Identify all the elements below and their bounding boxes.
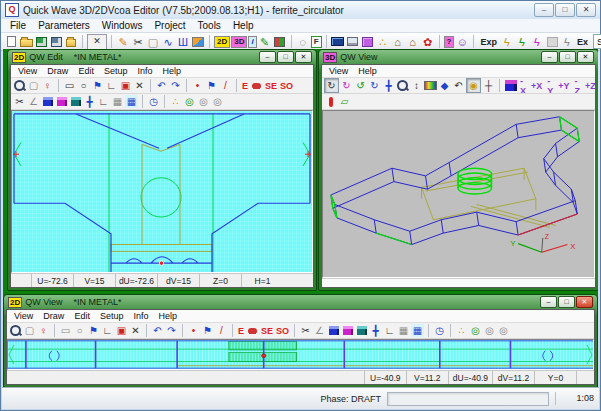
- view-minus-y-button[interactable]: -Y: [545, 78, 555, 94]
- stamp-icon[interactable]: [250, 79, 263, 92]
- view-minus-x-button[interactable]: -X: [518, 78, 528, 94]
- axes-icon[interactable]: ∟: [383, 324, 396, 337]
- rectangle-tool-icon[interactable]: ▭: [63, 79, 76, 92]
- zoom-icon[interactable]: [9, 324, 22, 337]
- cube-blue-icon[interactable]: [41, 95, 54, 108]
- mesh-comb-icon[interactable]: Ш: [176, 35, 190, 49]
- eraser-icon[interactable]: ▱: [338, 95, 351, 108]
- redo-icon[interactable]: ↷: [169, 79, 182, 92]
- clock-icon[interactable]: ◷: [147, 95, 160, 108]
- cube-magenta-icon[interactable]: [341, 324, 354, 337]
- menu-parameters[interactable]: Parameters: [32, 20, 96, 31]
- ellipse-tool-icon[interactable]: ○: [73, 324, 86, 337]
- qw-edit-canvas[interactable]: [11, 110, 313, 273]
- qw-view3d-canvas[interactable]: Y X Z: [322, 110, 595, 278]
- minimize-button[interactable]: –: [540, 296, 557, 308]
- zoom-updown-icon[interactable]: ↕: [410, 79, 423, 92]
- menu-draw[interactable]: Draw: [38, 311, 69, 321]
- zoom-icon[interactable]: [13, 79, 26, 92]
- view-minus-z-button[interactable]: -Z: [573, 78, 583, 94]
- ring-gray-icon[interactable]: ◎: [483, 324, 496, 337]
- tablet-icon[interactable]: [346, 35, 360, 49]
- element-so-button[interactable]: SO: [279, 81, 294, 91]
- menu-help[interactable]: Help: [157, 66, 186, 76]
- pinwheel-icon[interactable]: ✿: [421, 35, 435, 49]
- minimize-button[interactable]: –: [259, 51, 276, 63]
- maximize-button[interactable]: □: [555, 3, 575, 17]
- grid-blue-icon[interactable]: ▦: [411, 324, 424, 337]
- view-plus-y-button[interactable]: +Y: [556, 81, 571, 91]
- menu-help[interactable]: Help: [353, 66, 382, 76]
- flag-tool-icon[interactable]: ⚑: [87, 324, 100, 337]
- badge-3d[interactable]: 3D: [231, 36, 247, 48]
- ring-gray2-icon[interactable]: ◎: [211, 95, 224, 108]
- template-icon[interactable]: [361, 35, 375, 49]
- menu-setup[interactable]: Setup: [95, 311, 129, 321]
- cube-teal-icon[interactable]: [69, 95, 82, 108]
- maximize-button[interactable]: □: [277, 51, 294, 63]
- delete-icon[interactable]: ✕: [129, 324, 142, 337]
- close-button[interactable]: ✕: [576, 3, 596, 17]
- graph-icon[interactable]: ∿: [161, 35, 175, 49]
- pin-icon[interactable]: ♀: [37, 324, 50, 337]
- view-plus-x-button[interactable]: +X: [529, 81, 544, 91]
- selection-icon[interactable]: ▢: [146, 35, 160, 49]
- ring-green-icon[interactable]: ◎: [183, 95, 196, 108]
- library-export-icon[interactable]: ⌂: [406, 35, 420, 49]
- scissors-icon[interactable]: ✂: [131, 35, 145, 49]
- ring-gray-icon[interactable]: ◎: [197, 95, 210, 108]
- element-so-button[interactable]: SO: [275, 326, 290, 336]
- axes-icon[interactable]: ∟: [97, 95, 110, 108]
- badge-info[interactable]: i: [248, 36, 256, 48]
- move-icon[interactable]: ╋: [369, 324, 382, 337]
- badge-f[interactable]: F: [311, 36, 322, 48]
- rotate-x-icon[interactable]: ↻: [340, 79, 353, 92]
- run-bolt-green-icon[interactable]: ϟ: [515, 35, 529, 49]
- disk-split-icon[interactable]: [273, 35, 287, 49]
- close-button[interactable]: ✕: [577, 51, 594, 63]
- rectangle-tool-icon[interactable]: ▭: [59, 324, 72, 337]
- point-tool-icon[interactable]: •: [191, 79, 204, 92]
- flag-small-icon[interactable]: ⚑: [201, 324, 214, 337]
- qw-view2d-titlebar[interactable]: 2D QW View *IN METAL* – □ ✕: [6, 295, 595, 309]
- move-icon[interactable]: ╋: [83, 95, 96, 108]
- menu-help[interactable]: Help: [153, 311, 182, 321]
- line-tool-icon[interactable]: /: [215, 324, 228, 337]
- point-tool-icon[interactable]: •: [187, 324, 200, 337]
- minimize-button[interactable]: –: [541, 51, 558, 63]
- close-button[interactable]: ✕: [295, 51, 312, 63]
- run-bolt-magenta-icon[interactable]: ϟ: [530, 35, 544, 49]
- spiral-icon[interactable]: ◌: [296, 35, 310, 49]
- menu-edit[interactable]: Edit: [73, 66, 99, 76]
- qw-view3d-titlebar[interactable]: 3D QW View – □ ✕: [321, 50, 596, 64]
- cube-blue-icon[interactable]: [327, 324, 340, 337]
- molecule-icon[interactable]: ∴: [376, 35, 390, 49]
- select-box-icon[interactable]: ▢: [23, 324, 36, 337]
- save-metal-icon[interactable]: [34, 35, 48, 49]
- camera-icon[interactable]: ▣: [119, 79, 132, 92]
- palette-icon[interactable]: [424, 79, 437, 92]
- menu-setup[interactable]: Setup: [99, 66, 133, 76]
- element-e-button[interactable]: E: [241, 81, 249, 91]
- axes-tool-icon[interactable]: ∟: [105, 79, 118, 92]
- help-icon[interactable]: ?: [444, 36, 455, 48]
- flag-tool-icon[interactable]: ⚑: [91, 79, 104, 92]
- tool-icon[interactable]: ∠: [313, 324, 326, 337]
- simulator-select[interactable]: Simulator ▼: [593, 34, 601, 49]
- element-se-button[interactable]: SE: [264, 81, 278, 91]
- clock-icon[interactable]: ◷: [433, 324, 446, 337]
- axes-tool-icon[interactable]: ∟: [101, 324, 114, 337]
- airbrush-icon[interactable]: ✎: [116, 35, 130, 49]
- qw-view2d-canvas[interactable]: [7, 339, 594, 370]
- ex-bolt-icon[interactable]: ϟ: [560, 35, 574, 49]
- menu-view[interactable]: View: [324, 66, 353, 76]
- menu-view[interactable]: View: [13, 66, 42, 76]
- maximize-button[interactable]: □: [558, 296, 575, 308]
- zoom-window-icon[interactable]: [396, 79, 409, 92]
- grid-icon[interactable]: ▦: [397, 324, 410, 337]
- pin-icon[interactable]: ♀: [41, 79, 54, 92]
- line-tool-icon[interactable]: /: [219, 79, 232, 92]
- pan-icon[interactable]: ╋: [382, 79, 395, 92]
- minimize-button[interactable]: –: [534, 3, 554, 17]
- menu-help[interactable]: Help: [227, 20, 260, 31]
